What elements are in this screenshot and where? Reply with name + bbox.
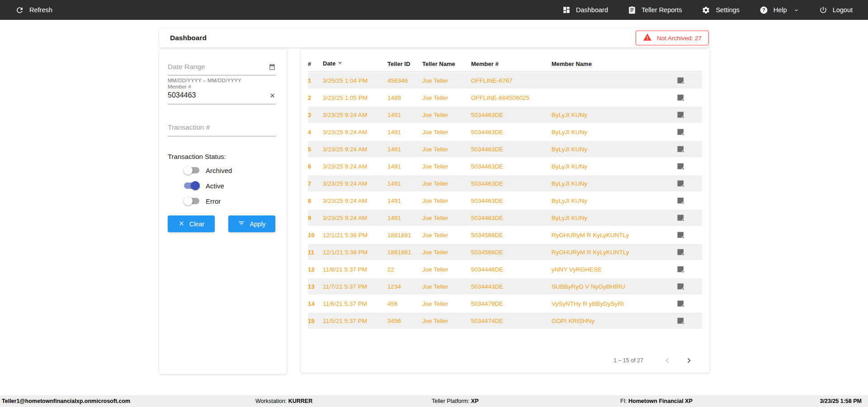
cell-mname: VySyNTHy R yBByDySyRI — [552, 300, 659, 307]
note-icon[interactable] — [677, 128, 684, 136]
cell-tid: 1491 — [387, 180, 422, 187]
note-icon[interactable] — [677, 180, 684, 187]
col-header-teller-id: Teller ID — [387, 61, 422, 67]
note-icon[interactable] — [677, 77, 684, 84]
cell-tname: Joe Teller — [422, 318, 471, 324]
table-row[interactable]: 1012/1/21 5:38 PM1881881Joe Teller503456… — [308, 226, 702, 243]
cell-date: 3/23/25 9:24 AM — [323, 163, 387, 170]
note-icon[interactable] — [677, 248, 684, 256]
note-icon[interactable] — [677, 145, 684, 153]
note-icon[interactable] — [677, 231, 684, 239]
dashboard-icon — [562, 6, 571, 14]
cell-date: 3/23/25 1:05 PM — [323, 94, 387, 101]
cell-date: 3/23/25 9:24 AM — [323, 180, 387, 187]
cell-mname: GOPI KRISHNy — [552, 318, 659, 324]
table-row[interactable]: 1112/1/21 5:38 PM1881881Joe Teller503456… — [308, 243, 702, 261]
next-page-button[interactable] — [684, 356, 694, 365]
cell-tname: Joe Teller — [422, 112, 471, 118]
cell-num: 1 — [308, 77, 323, 84]
archived-switch[interactable] — [184, 167, 199, 173]
fi-label: FI: — [620, 398, 627, 404]
cell-tid: 1489 — [387, 94, 422, 101]
note-icon[interactable] — [677, 111, 684, 119]
note-icon[interactable] — [677, 317, 684, 325]
nav-item-logout[interactable]: Logout — [819, 6, 853, 14]
not-archived-badge[interactable]: Not Archived: 27 — [636, 31, 709, 46]
error-switch[interactable] — [184, 198, 199, 204]
note-icon[interactable] — [677, 94, 684, 102]
table-row[interactable]: 13/25/25 1:04 PM456346Joe TellerOFFLINE-… — [308, 72, 702, 89]
member-number-field — [168, 91, 276, 104]
cell-mnum: 5034479DE — [471, 300, 552, 307]
cell-tname: Joe Teller — [422, 94, 471, 101]
apply-button[interactable]: Apply — [228, 215, 275, 232]
member-number-input[interactable] — [168, 91, 269, 99]
cell-mnum: 5034463DE — [471, 146, 552, 153]
cell-tname: Joe Teller — [422, 232, 471, 239]
cell-mnum: OFFLINE-684506025 — [471, 94, 552, 101]
note-icon[interactable] — [677, 266, 684, 273]
cell-mnum: 5034446DE — [471, 266, 552, 273]
table-row[interactable]: 43/23/25 9:24 AM1491Joe Teller5034463DEB… — [308, 123, 702, 140]
app: Refresh Dashboard Teller Reports Setting… — [0, 0, 868, 407]
cell-mname: ByLyJI KUNy — [552, 180, 659, 187]
cell-mnum: 5034566DE — [471, 232, 552, 239]
refresh-button[interactable]: Refresh — [15, 6, 52, 14]
status-toggle-group: Archived Active Error — [168, 165, 276, 206]
table-row[interactable]: 83/23/25 9:24 AM1491Joe Teller5034463DEB… — [308, 192, 702, 209]
cell-date: 12/1/21 5:38 PM — [323, 232, 387, 239]
transaction-number-input[interactable] — [168, 123, 276, 131]
table-row[interactable]: 73/23/25 9:24 AM1491Joe Teller5034463DEB… — [308, 175, 702, 192]
pagination: 1 – 15 of 27 — [613, 356, 694, 365]
cell-date: 11/7/21 5:37 PM — [323, 283, 387, 290]
clear-button-label: Clear — [189, 220, 204, 228]
prev-page-button — [662, 356, 672, 365]
cell-tname: Joe Teller — [422, 129, 471, 136]
note-icon[interactable] — [677, 197, 684, 205]
active-switch[interactable] — [184, 182, 199, 189]
cell-num: 7 — [308, 180, 323, 187]
cell-tname: Joe Teller — [422, 283, 471, 290]
table-row[interactable]: 1511/5/21 5:37 PM3456Joe Teller5034474DE… — [308, 312, 702, 329]
clipboard-icon — [628, 6, 636, 14]
table-row[interactable]: 1311/7/21 5:37 PM1234Joe Teller5034443DE… — [308, 278, 702, 295]
cell-num: 3 — [308, 112, 323, 118]
status-bar: Teller1@hometownfinancialxp.onmicrosoft.… — [0, 395, 868, 407]
date-format-hint: MM/DD/YYYY – MM/DD/YYYY — [168, 78, 276, 83]
table-row[interactable]: 93/23/25 9:24 AM1491Joe Teller5034463DEB… — [308, 209, 702, 226]
cell-date: 3/23/25 9:24 AM — [323, 112, 387, 118]
table-row[interactable]: 1411/6/21 5:37 PM456Joe Teller5034479DEV… — [308, 295, 702, 312]
table-row[interactable]: 63/23/25 9:24 AM1491Joe Teller5034463DEB… — [308, 158, 702, 175]
table-row[interactable]: 33/23/25 9:24 AM1491Joe Teller5034463DEB… — [308, 106, 702, 123]
table-row[interactable]: 1211/8/21 5:37 PM22Joe Teller5034446DEyN… — [308, 261, 702, 278]
cell-num: 10 — [308, 232, 323, 239]
filter-buttons: Clear Apply — [168, 215, 276, 232]
table-body: 13/25/25 1:04 PM456346Joe TellerOFFLINE-… — [308, 72, 702, 329]
cell-date: 12/1/21 5:38 PM — [323, 249, 387, 256]
col-header-teller-name: Teller Name — [422, 61, 471, 67]
calendar-icon[interactable] — [269, 63, 276, 70]
top-navbar: Refresh Dashboard Teller Reports Setting… — [0, 0, 868, 20]
nav-item-dashboard[interactable]: Dashboard — [562, 6, 608, 14]
cell-num: 5 — [308, 146, 323, 153]
note-icon[interactable] — [677, 300, 684, 308]
note-icon[interactable] — [677, 283, 684, 290]
cell-mnum: 5034463DE — [471, 180, 552, 187]
cell-tid: 1491 — [387, 197, 422, 204]
col-header-date[interactable]: Date — [323, 60, 387, 67]
help-icon: ? — [760, 6, 768, 14]
transaction-number-field — [168, 123, 276, 136]
table-row[interactable]: 23/23/25 1:05 PM1489Joe TellerOFFLINE-68… — [308, 89, 702, 106]
gear-icon — [702, 6, 710, 14]
fi-info: FI: Hometown Financial XP — [620, 395, 693, 407]
nav-item-teller-reports[interactable]: Teller Reports — [628, 6, 682, 14]
note-icon[interactable] — [677, 214, 684, 222]
table-row[interactable]: 53/23/25 9:24 AM1491Joe Teller5034463DEB… — [308, 140, 702, 158]
date-range-input[interactable] — [168, 63, 269, 71]
cell-num: 12 — [308, 266, 323, 273]
clear-member-icon[interactable] — [269, 92, 276, 99]
note-icon[interactable] — [677, 163, 684, 170]
nav-item-help[interactable]: ? Help — [760, 6, 799, 14]
clear-button[interactable]: Clear — [168, 215, 215, 232]
nav-item-settings[interactable]: Settings — [702, 6, 739, 14]
